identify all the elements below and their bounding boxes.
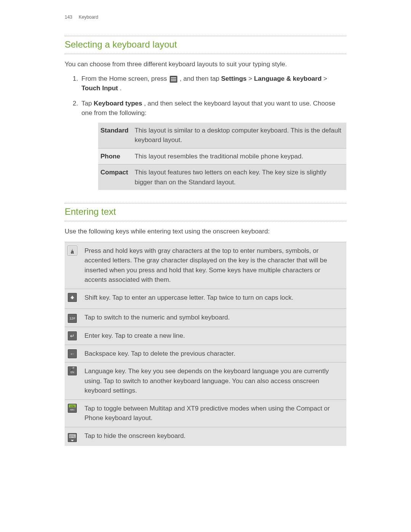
table-row: 12# Tap to switch to the numeric and sym… [65, 309, 346, 327]
page: 143 Keyboard Selecting a keyboard layout… [0, 0, 411, 532]
key-desc: Press and hold keys with gray characters… [81, 242, 346, 289]
text: . [120, 85, 122, 92]
key-desc: Tap to switch to the numeric and symbol … [81, 309, 346, 327]
text: > [323, 75, 327, 82]
table-row: Tap to hide the onscreen keyboard. [65, 427, 346, 446]
key-desc: Shift key. Tap to enter an uppercase let… [81, 289, 346, 309]
text: Tap [81, 100, 94, 107]
table-row: XT9 ABC Tap to toggle between Multitap a… [65, 399, 346, 427]
section-title: Entering text [65, 205, 346, 219]
ui-path-language-keyboard: Language & keyboard [254, 75, 322, 82]
numeric-symbol-key-icon: 12# [68, 314, 77, 323]
row-desc: This layout is similar to a desktop comp… [132, 123, 346, 149]
row-desc: This layout resembles the traditional mo… [132, 148, 346, 165]
table-row: Shift key. Tap to enter an uppercase let… [65, 289, 346, 309]
step-1: From the Home screen, press , and then t… [80, 74, 346, 93]
enter-key-icon [68, 331, 77, 340]
section-intro: You can choose from three different keyb… [65, 59, 346, 69]
key-cell [65, 289, 81, 309]
key-cell: a [65, 242, 81, 289]
lang-sublabel: EN [68, 371, 77, 374]
key-cell: 12# [65, 309, 81, 327]
hide-keyboard-key-icon [68, 433, 77, 442]
keyboard-types-table: Standard This layout is similar to a des… [98, 123, 346, 190]
table-row: a Press and hold keys with gray characte… [65, 242, 346, 289]
page-section-name: Keyboard [79, 14, 98, 20]
steps-list: From the Home screen, press , and then t… [65, 74, 346, 190]
keys-table: a Press and hold keys with gray characte… [65, 242, 346, 446]
key-cell [65, 427, 81, 446]
divider [65, 203, 346, 203]
key-desc: Tap to toggle between Multitap and XT9 p… [81, 399, 346, 427]
divider [65, 54, 346, 54]
key-cell [65, 345, 81, 363]
row-label: Phone [98, 148, 132, 165]
key-desc: Enter key. Tap to create a new line. [81, 327, 346, 345]
ui-path-keyboard-types: Keyboard types [94, 100, 142, 107]
text: , and then tap [180, 75, 221, 82]
key-label: a [68, 249, 77, 254]
row-label: Standard [98, 123, 132, 149]
key-cell: 🎤 EN [65, 363, 81, 400]
table-row: Standard This layout is similar to a des… [98, 123, 346, 149]
table-row: Enter key. Tap to create a new line. [65, 327, 346, 345]
shift-key-icon [68, 293, 77, 302]
page-number: 143 [65, 14, 72, 20]
xt9-toggle-key-icon: XT9 ABC [68, 404, 77, 413]
key-cell [65, 327, 81, 345]
text: > [249, 75, 254, 82]
page-header: 143 Keyboard [65, 14, 346, 21]
table-row: Backspace key. Tap to delete the previou… [65, 345, 346, 363]
row-label: Compact [98, 165, 132, 190]
ui-path-touch-input: Touch Input [81, 85, 118, 92]
letter-key-icon: a [68, 246, 77, 255]
key-desc: Backspace key. Tap to delete the previou… [81, 345, 346, 363]
row-desc: This layout features two letters on each… [132, 165, 346, 190]
section-intro: Use the following keys while entering te… [65, 227, 346, 236]
key-label: XT9 [69, 404, 76, 407]
section-entering-text: Entering text Use the following keys whi… [65, 203, 346, 446]
table-row: Phone This layout resembles the traditio… [98, 148, 346, 165]
key-label: ABC [68, 408, 77, 411]
divider [65, 221, 346, 221]
step-2: Tap Keyboard types , and then select the… [80, 99, 346, 190]
mic-icon: 🎤 [68, 366, 77, 371]
menu-icon [170, 76, 177, 83]
key-desc: Tap to hide the onscreen keyboard. [81, 427, 346, 446]
key-desc: Language key. The key you see depends on… [81, 363, 346, 400]
backspace-key-icon [68, 349, 77, 358]
divider [65, 36, 346, 36]
text: From the Home screen, press [81, 75, 169, 82]
table-row: Compact This layout features two letters… [98, 165, 346, 190]
language-key-icon: 🎤 EN [68, 366, 77, 375]
section-title: Selecting a keyboard layout [65, 38, 346, 51]
ui-path-settings: Settings [221, 75, 247, 82]
key-cell: XT9 ABC [65, 399, 81, 427]
table-row: 🎤 EN Language key. The key you see depen… [65, 363, 346, 400]
